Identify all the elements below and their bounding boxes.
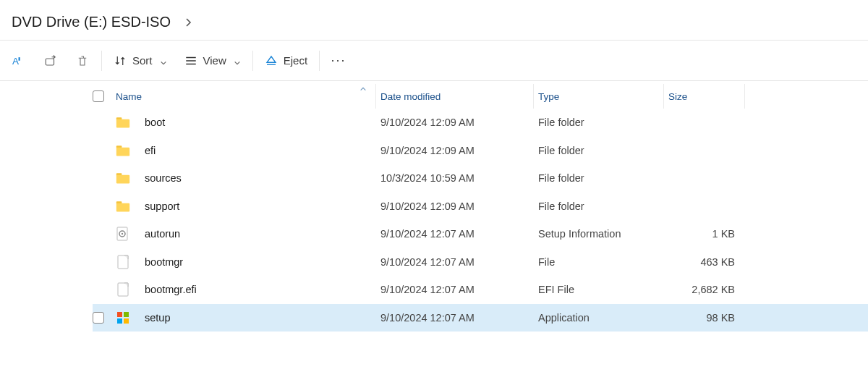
column-header-type[interactable]: Type — [534, 84, 664, 109]
svg-rect-9 — [116, 175, 129, 184]
svg-text:▮: ▮ — [18, 56, 20, 60]
file-date: 9/10/2024 12:07 AM — [376, 284, 534, 295]
file-date: 9/10/2024 12:07 AM — [376, 228, 534, 240]
folder-icon — [116, 171, 130, 185]
file-name-cell[interactable]: bootmgr.efi — [116, 282, 376, 297]
breadcrumb: DVD Drive (E:) ESD-ISO — [0, 0, 868, 41]
file-row[interactable]: sources10/3/2024 10:59 AMFile folder — [93, 164, 868, 193]
file-type: File folder — [534, 117, 664, 128]
chevron-right-icon[interactable] — [184, 17, 194, 28]
eject-icon — [265, 54, 278, 67]
separator — [252, 51, 253, 71]
settings-icon — [116, 227, 130, 241]
share-icon — [44, 54, 57, 67]
file-row[interactable]: bootmgr.efi9/10/2024 12:07 AMEFI File2,6… — [93, 276, 868, 304]
cut-button[interactable]: A▮ — [3, 46, 35, 75]
more-icon: ··· — [331, 53, 346, 68]
svg-rect-18 — [124, 312, 129, 317]
file-name-cell[interactable]: autorun — [116, 227, 376, 241]
file-name-cell[interactable]: bootmgr — [116, 255, 376, 269]
file-row[interactable]: boot9/10/2024 12:09 AMFile folder — [93, 109, 868, 137]
view-button[interactable]: View — [176, 46, 250, 75]
file-date: 10/3/2024 10:59 AM — [376, 172, 534, 184]
file-icon — [116, 255, 130, 269]
file-name-cell[interactable]: boot — [116, 115, 376, 130]
share-button[interactable] — [35, 46, 67, 75]
svg-rect-11 — [116, 203, 129, 212]
more-button[interactable]: ··· — [323, 46, 354, 75]
file-row[interactable]: setup9/10/2024 12:07 AMApplication98 KB — [93, 304, 868, 332]
file-row[interactable]: support9/10/2024 12:09 AMFile folder — [93, 193, 868, 221]
select-all-checkbox[interactable] — [93, 90, 116, 102]
svg-rect-20 — [124, 318, 129, 324]
file-name-cell[interactable]: support — [116, 199, 376, 214]
file-type: Setup Information — [534, 228, 664, 240]
folder-icon — [116, 143, 130, 158]
file-name: boot — [145, 117, 165, 128]
svg-rect-2 — [46, 59, 54, 65]
file-type: File folder — [534, 145, 664, 156]
file-type: EFI File — [534, 284, 664, 295]
file-date: 9/10/2024 12:07 AM — [376, 256, 534, 268]
row-checkbox[interactable] — [93, 312, 116, 324]
file-name: bootmgr — [145, 256, 183, 268]
separator — [319, 51, 320, 71]
breadcrumb-title[interactable]: DVD Drive (E:) ESD-ISO — [12, 14, 171, 30]
file-size: 463 KB — [664, 256, 745, 268]
sort-button[interactable]: Sort — [105, 46, 176, 75]
file-name-cell[interactable]: efi — [116, 143, 376, 158]
svg-rect-5 — [116, 119, 129, 128]
file-size: 98 KB — [664, 312, 745, 324]
file-name: efi — [145, 145, 156, 156]
column-header-size[interactable]: Size — [664, 84, 745, 109]
file-size: 2,682 KB — [664, 284, 745, 295]
file-name: setup — [145, 312, 170, 324]
file-listing: Name Date modified Type Size boot9/10/20… — [0, 81, 868, 332]
file-type: File folder — [534, 172, 664, 184]
column-header-row: Name Date modified Type Size — [0, 84, 868, 109]
file-type: Application — [534, 312, 664, 324]
file-name: autorun — [145, 228, 180, 240]
file-name: support — [145, 200, 179, 212]
file-type: File — [534, 256, 664, 268]
file-date: 9/10/2024 12:07 AM — [376, 312, 534, 324]
sort-icon — [114, 54, 127, 67]
file-row[interactable]: efi9/10/2024 12:09 AMFile folder — [93, 137, 868, 165]
file-size: 1 KB — [664, 228, 745, 240]
column-header-date[interactable]: Date modified — [376, 84, 534, 109]
cut-icon: A▮ — [12, 54, 25, 67]
file-date: 9/10/2024 12:09 AM — [376, 145, 534, 156]
app-icon — [116, 311, 130, 325]
svg-rect-7 — [116, 148, 129, 156]
separator — [101, 51, 102, 71]
svg-rect-17 — [117, 312, 122, 317]
eject-label: Eject — [284, 54, 307, 67]
svg-rect-19 — [117, 318, 122, 324]
file-date: 9/10/2024 12:09 AM — [376, 117, 534, 128]
chevron-down-icon — [160, 57, 167, 64]
column-header-name[interactable]: Name — [116, 84, 376, 109]
trash-icon — [76, 54, 89, 67]
view-icon — [184, 54, 197, 67]
svg-point-14 — [122, 233, 123, 235]
sort-chevron-up-icon — [359, 84, 367, 95]
eject-button[interactable]: Eject — [256, 46, 316, 75]
file-icon — [116, 282, 130, 297]
toolbar: A▮ Sort View Eject — [0, 41, 868, 81]
file-row[interactable]: autorun9/10/2024 12:07 AMSetup Informati… — [93, 220, 868, 248]
view-label: View — [203, 54, 226, 67]
file-row[interactable]: bootmgr9/10/2024 12:07 AMFile463 KB — [93, 248, 868, 276]
file-type: File folder — [534, 200, 664, 212]
file-date: 9/10/2024 12:09 AM — [376, 200, 534, 212]
file-name-cell[interactable]: sources — [116, 171, 376, 185]
file-name: sources — [145, 172, 182, 184]
file-name: bootmgr.efi — [145, 284, 197, 295]
sort-label: Sort — [132, 54, 153, 67]
delete-button[interactable] — [67, 46, 98, 75]
folder-icon — [116, 115, 130, 130]
chevron-down-icon — [234, 57, 241, 64]
file-name-cell[interactable]: setup — [116, 311, 376, 325]
folder-icon — [116, 199, 130, 214]
